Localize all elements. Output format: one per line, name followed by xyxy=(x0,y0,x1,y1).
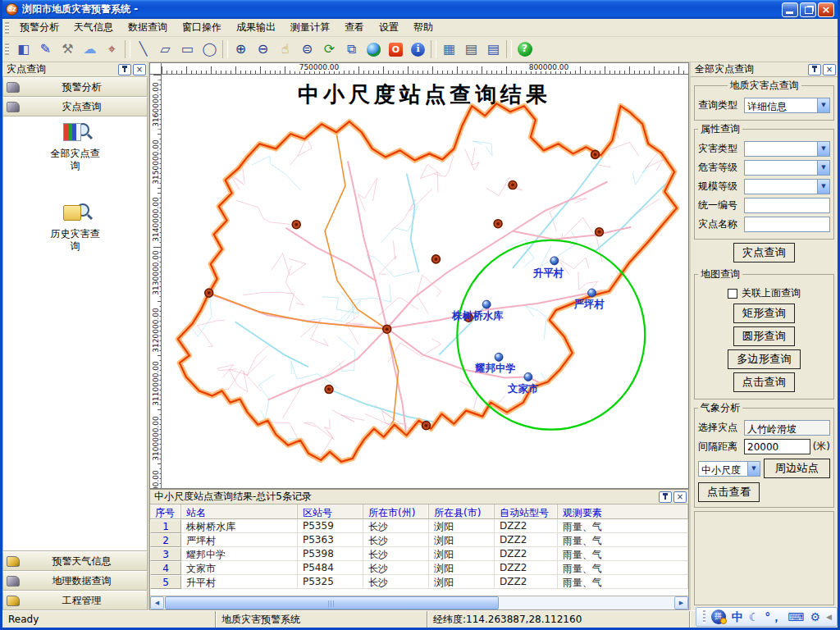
map-image-icon[interactable]: ▦ xyxy=(439,39,459,60)
item-query-all-disasters[interactable]: 全部灾点查 询 xyxy=(3,123,147,172)
bar-disaster-query[interactable]: 灾点查询 xyxy=(2,97,148,116)
polygon-query-button[interactable]: 多边形查询 xyxy=(728,349,801,369)
draw-rectangle-icon[interactable]: ▭ xyxy=(177,39,198,60)
unified-id-input[interactable]: ▼ xyxy=(744,198,830,213)
disaster-point-marker[interactable] xyxy=(205,289,213,297)
table-row[interactable]: 4文家市P5484长沙浏阳DZZ2雨量、气 xyxy=(150,561,688,575)
ime-collapse-icon[interactable]: ◀ xyxy=(826,614,832,621)
map-svg[interactable]: 升平村严坪村株树桥水库耀邦中学文家市中小尺度站点查询结果 xyxy=(162,75,688,488)
station-marker[interactable]: 耀邦中学 xyxy=(474,353,516,374)
menu-help[interactable]: 帮助 xyxy=(406,18,441,37)
close-button[interactable]: × xyxy=(818,2,834,17)
minimize-button[interactable] xyxy=(782,2,798,17)
scroll-left-arrow[interactable]: ◀ xyxy=(150,596,164,609)
pin-button[interactable] xyxy=(118,64,131,75)
menu-settings[interactable]: 设置 xyxy=(372,18,406,37)
draw-line-icon[interactable]: ╲ xyxy=(133,39,153,60)
locate-icon[interactable]: ⌖ xyxy=(102,39,122,60)
zoom-extent-icon[interactable]: ⊜ xyxy=(297,39,317,60)
distance-input[interactable]: 20000 xyxy=(744,439,810,454)
table-pin-button[interactable] xyxy=(659,491,672,503)
disaster-point-marker[interactable] xyxy=(325,386,333,394)
menu-weather-info[interactable]: 天气信息 xyxy=(66,18,121,37)
annotate-icon[interactable]: ✎ xyxy=(35,39,56,60)
scrollbar-thumb[interactable] xyxy=(165,596,499,609)
station-marker[interactable]: 文家市 xyxy=(507,372,539,394)
right-close-button[interactable]: × xyxy=(823,64,836,75)
chevron-down-icon[interactable]: ▼ xyxy=(817,180,829,194)
disaster-point-marker[interactable] xyxy=(383,325,391,333)
disaster-point-marker[interactable] xyxy=(431,255,440,263)
toolbar-grip[interactable] xyxy=(5,43,9,55)
circle-query-button[interactable]: 圆形查询 xyxy=(733,326,795,346)
bar-warning-analysis[interactable]: 预警分析 xyxy=(2,77,148,97)
disaster-point-marker[interactable] xyxy=(422,422,431,430)
ime-logo-icon[interactable]: 拼 xyxy=(711,609,726,624)
map-canvas[interactable]: 升平村严坪村株树桥水库耀邦中学文家市中小尺度站点查询结果 xyxy=(162,75,688,488)
rect-query-button[interactable]: 矩形查询 xyxy=(733,304,795,323)
disaster-point-marker[interactable] xyxy=(509,181,517,189)
table-column-header[interactable]: 区站号 xyxy=(298,504,363,518)
separator[interactable] xyxy=(506,40,512,58)
menu-window-ops[interactable]: 窗口操作 xyxy=(175,18,229,37)
layers-icon[interactable]: ⧉ xyxy=(341,39,362,60)
menu-view[interactable]: 查看 xyxy=(337,18,372,37)
disaster-type-select[interactable]: ▼ xyxy=(744,141,830,157)
refresh-icon[interactable]: ⟳ xyxy=(319,39,340,60)
hammer-icon[interactable]: ⚒ xyxy=(57,39,78,60)
help-icon[interactable]: ? xyxy=(514,39,535,60)
menu-measure-calc[interactable]: 测量计算 xyxy=(283,18,337,37)
click-view-button[interactable]: 点击查看 xyxy=(698,482,760,502)
disaster-point-marker[interactable] xyxy=(591,150,600,158)
close-panel-button[interactable]: × xyxy=(133,64,146,75)
horizontal-scrollbar[interactable]: ◀ ▶ xyxy=(150,596,688,609)
separator[interactable] xyxy=(431,40,436,58)
ime-language-icon[interactable]: 中 xyxy=(732,611,743,623)
chevron-down-icon[interactable]: ▼ xyxy=(817,98,829,112)
station-marker[interactable]: 升平村 xyxy=(532,257,564,279)
stop-icon[interactable]: O xyxy=(386,39,406,60)
chevron-down-icon[interactable]: ▼ xyxy=(817,142,829,156)
print-setup-icon[interactable]: ▤ xyxy=(483,39,504,60)
ime-keyboard-icon[interactable]: ⌨ xyxy=(788,611,804,623)
disaster-point-marker[interactable] xyxy=(292,221,300,229)
item-query-history-disasters[interactable]: 历史灾害查 询 xyxy=(3,203,147,253)
table-column-header[interactable]: 所在县(市) xyxy=(429,504,495,518)
station-marker[interactable]: 株树桥水库 xyxy=(451,300,504,322)
table-row[interactable]: 1株树桥水库P5359长沙浏阳DZZ2雨量、气 xyxy=(150,519,688,533)
ime-fullhalf-icon[interactable]: ☾ xyxy=(749,611,760,623)
table-row[interactable]: 5升平村P5325长沙浏阳DZZ2雨量、气 xyxy=(150,575,688,589)
chevron-down-icon[interactable]: ▼ xyxy=(747,462,760,476)
nearby-stations-button[interactable]: 周边站点 xyxy=(764,459,830,478)
table-row[interactable]: 3耀邦中学P5398长沙浏阳DZZ2雨量、气 xyxy=(150,547,688,561)
separator[interactable] xyxy=(222,40,228,58)
menu-result-output[interactable]: 成果输出 xyxy=(229,18,283,37)
click-query-button[interactable]: 点击查询 xyxy=(733,372,795,392)
bar-project-management[interactable]: 工程管理 xyxy=(2,591,148,610)
print-icon[interactable]: ▤ xyxy=(461,39,482,60)
bar-warning-weather[interactable]: 预警天气信息 xyxy=(2,551,148,571)
zoom-in-icon[interactable]: ⊕ xyxy=(231,39,251,60)
scale-select[interactable]: 中小尺度 ▼ xyxy=(698,461,760,477)
draw-ellipse-icon[interactable]: ◯ xyxy=(199,39,220,60)
disaster-point-marker[interactable] xyxy=(494,220,502,228)
restore-button[interactable] xyxy=(800,2,816,17)
zoom-out-icon[interactable]: ⊖ xyxy=(253,39,273,60)
cloud-icon[interactable]: ☁ xyxy=(80,39,100,60)
table-column-header[interactable]: 所在市(州) xyxy=(363,504,429,518)
hazard-level-select[interactable]: ▼ xyxy=(744,160,830,176)
globe-icon[interactable] xyxy=(363,39,384,60)
table-column-header[interactable]: 站名 xyxy=(181,504,298,518)
chevron-down-icon[interactable]: ▼ xyxy=(817,161,829,175)
selected-disaster-field[interactable]: 人竹岭滑坡 xyxy=(744,420,830,436)
info-icon[interactable]: i xyxy=(408,39,428,60)
disaster-query-button[interactable]: 灾点查询 xyxy=(733,243,795,262)
scroll-right-arrow[interactable]: ▶ xyxy=(674,596,688,609)
table-close-button[interactable]: × xyxy=(673,491,687,503)
separator[interactable] xyxy=(125,40,130,58)
disaster-point-marker[interactable] xyxy=(596,228,604,236)
link-above-checkbox[interactable] xyxy=(728,289,737,299)
draw-polygon-icon[interactable]: ▱ xyxy=(155,39,176,60)
table-column-header[interactable]: 自动站型号 xyxy=(495,504,558,518)
ime-settings-icon[interactable]: ⚙ xyxy=(810,611,821,623)
